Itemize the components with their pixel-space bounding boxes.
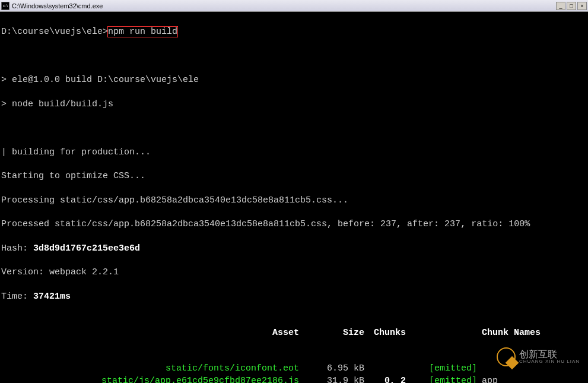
highlighted-command: npm run build [108,27,177,37]
table-header: AssetSizeChunksChunk Names [1,327,587,339]
watermark: 创新互联 CHUANG XIN HU LIAN [497,347,580,366]
cmd-icon: c:\ [1,2,9,10]
build-line: Processed static/css/app.b68258a2dbca354… [1,219,587,230]
build-line: | building for production... [1,147,587,159]
minimize-button[interactable]: _ [556,2,565,10]
version-line: Version: webpack 2.2.1 [1,267,587,278]
build-line: Processing static/css/app.b68258a2dbca35… [1,195,587,207]
asset-row: static/js/app.e61cd5e9cfbd87ee2186.js31.… [1,375,587,384]
script-line: > ele@1.0.0 build D:\course\vuejs\ele [1,74,587,86]
hash-line: Hash: 3d8d9d1767c215ee3e6d [1,243,587,255]
asset-emitted: [emitted] [411,375,482,384]
build-line: Starting to optimize CSS... [1,170,587,182]
script-line: > node build/build.js [1,99,587,110]
asset-name: static/fonts/iconfont.eot [1,363,304,375]
window-titlebar[interactable]: c:\ C:\Windows\system32\cmd.exe _ □ × [0,0,588,12]
watermark-logo-icon [497,347,516,366]
window-title: C:\Windows\system32\cmd.exe [12,2,103,10]
asset-chunks: 0, 2 [369,375,411,384]
prompt-line: D:\course\vuejs\ele>npm run build [1,26,587,38]
time-line: Time: 37421ms [1,291,587,303]
asset-size: 6.95 kB [304,363,369,375]
terminal-output[interactable]: D:\course\vuejs\ele>npm run build > ele@… [0,12,588,383]
close-button[interactable]: × [577,2,587,10]
asset-size: 31.9 kB [304,375,369,384]
asset-emitted: [emitted] [411,363,482,375]
asset-name: static/js/app.e61cd5e9cfbd87ee2186.js [1,375,304,384]
watermark-text: 创新互联 [519,349,580,360]
maximize-button[interactable]: □ [567,2,576,10]
chunk-name: app [482,375,587,384]
watermark-subtext: CHUANG XIN HU LIAN [519,359,580,365]
asset-chunks [369,363,411,375]
